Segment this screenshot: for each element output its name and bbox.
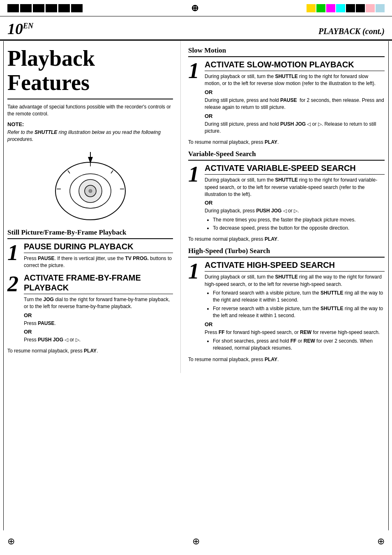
high-speed-step1-content: ACTIVATE HIGH-SPEED SEARCH During playba… (205, 260, 385, 354)
green-block (316, 4, 325, 12)
slow-motion-step1: 1 ACTIVATE SLOW-MOTION PLAYBACK During p… (188, 60, 385, 136)
high-speed-bullets2: For short searches, press and hold FF or… (208, 338, 385, 352)
high-speed-bullet-2: For reverse search with a visible pictur… (213, 305, 385, 320)
page-title: PlaybackFeatures (7, 46, 173, 99)
slow-motion-or2: OR (205, 113, 385, 119)
slow-motion-resume: To resume normal playback, press PLAY. (188, 139, 385, 146)
magenta-block (326, 4, 335, 12)
shuttle-illustration (7, 148, 173, 222)
note-body: Refer to the SHUTTLE ring illustration b… (7, 129, 173, 143)
variable-speed-body2: During playback, press PUSH JOG ◁ or ▷. (205, 207, 385, 214)
step1-body: Press PAUSE. If there is vertical jitter… (24, 255, 173, 269)
step2-number: 2 (7, 273, 21, 345)
variable-speed-step1-number: 1 (188, 163, 201, 233)
step2-frame: 2 ACTIVATE FRAME-BY-FRAME PLAYBACK Turn … (7, 273, 173, 345)
high-speed-step1: 1 ACTIVATE HIGH-SPEED SEARCH During play… (188, 260, 385, 354)
high-speed-or1: OR (205, 321, 385, 327)
black-block-1 (7, 4, 19, 12)
variable-speed-resume: To resume normal playback, press PLAY. (188, 236, 385, 243)
step2-title: ACTIVATE FRAME-BY-FRAME PLAYBACK (24, 273, 173, 294)
left-resume-text: To resume normal playback, press PLAY. (7, 348, 173, 355)
step1-number: 1 (7, 242, 21, 271)
pink-block (366, 4, 375, 12)
black-block-right (346, 4, 355, 12)
high-speed-body1: During playback or still, turn the SHUTT… (205, 274, 385, 288)
step2-body: Turn the JOG dial to the right for forwa… (24, 296, 173, 311)
variable-speed-step1-title: ACTIVATE VARIABLE-SPEED SEARCH (205, 163, 385, 175)
svg-line-10 (68, 170, 70, 173)
high-speed-body2: Press FF for forward high-speed search, … (205, 329, 385, 336)
slow-motion-body3: During still picture, press and hold PUS… (205, 121, 385, 135)
cyan-block (336, 4, 345, 12)
footer-crosshair-center: ⊕ (192, 536, 200, 547)
slow-motion-step1-content: ACTIVATE SLOW-MOTION PLAYBACK During pla… (205, 60, 385, 136)
variable-speed-bullet-1: The more times you press, the faster the… (213, 216, 385, 223)
step2-or2: OR (24, 329, 173, 335)
black-block-3 (33, 4, 44, 12)
header-crosshair: ⊕ (191, 3, 198, 14)
high-speed-heading: High-Speed (Turbo) Search (188, 247, 385, 258)
slow-motion-heading: Slow Motion (188, 46, 385, 57)
high-speed-step1-number: 1 (188, 260, 201, 354)
variable-speed-bullet-2: To decrease speed, press the button for … (213, 225, 385, 232)
footer-crosshair-right: ⊕ (377, 536, 385, 547)
step2-body3: Press PUSH JOG ◁ or ▷. (24, 336, 173, 343)
high-speed-bullet-1: For forward search with a visible pictur… (213, 290, 385, 304)
svg-point-6 (89, 189, 92, 193)
slow-motion-step1-title: ACTIVATE SLOW-MOTION PLAYBACK (205, 60, 385, 71)
lightblue-block (376, 4, 385, 12)
black-block-4 (46, 4, 57, 12)
color-blocks-right (307, 4, 385, 12)
yellow-block (307, 4, 316, 12)
playback-cont-title: PLAYBACK (cont.) (318, 27, 385, 36)
footer-crosshair-left: ⊕ (7, 536, 15, 547)
black-block-2 (20, 4, 32, 12)
black-block-5 (58, 4, 70, 12)
high-speed-bullet-3: For short searches, press and hold FF or… (213, 338, 385, 352)
variable-speed-step1-content: ACTIVATE VARIABLE-SPEED SEARCH During pl… (205, 163, 385, 233)
main-content: PlaybackFeatures Take advantage of speci… (0, 41, 392, 373)
page-number: 10EN (7, 20, 33, 38)
intro-text: Take advantage of special functions poss… (7, 104, 173, 117)
high-speed-step1-title: ACTIVATE HIGH-SPEED SEARCH (205, 260, 385, 272)
left-margin (3, 41, 6, 530)
variable-speed-heading: Variable-Speed Search (188, 150, 385, 161)
high-speed-bullets1: For forward search with a visible pictur… (208, 290, 385, 320)
slow-motion-body2: During still picture, press and hold PAU… (205, 97, 385, 111)
variable-speed-step1: 1 ACTIVATE VARIABLE-SPEED SEARCH During … (188, 163, 385, 233)
slow-motion-or1: OR (205, 89, 385, 95)
header-bar: ⊕ (0, 0, 392, 16)
right-margin (386, 41, 389, 530)
black-blocks-left (7, 4, 83, 12)
step2-body2: Press PAUSE. (24, 320, 173, 327)
left-column: PlaybackFeatures Take advantage of speci… (0, 41, 181, 373)
step1-pause: 1 PAUSE DURING PLAYBACK Press PAUSE. If … (7, 242, 173, 271)
high-speed-resume: To resume normal playback, press PLAY. (188, 356, 385, 363)
variable-speed-bullets: The more times you press, the faster the… (208, 216, 385, 232)
black-block-right2 (356, 4, 365, 12)
step1-content: PAUSE DURING PLAYBACK Press PAUSE. If th… (24, 242, 173, 271)
slow-motion-step1-number: 1 (188, 60, 201, 136)
variable-speed-or1: OR (205, 200, 385, 206)
page-header: 10EN PLAYBACK (cont.) (0, 16, 392, 41)
step2-content: ACTIVATE FRAME-BY-FRAME PLAYBACK Turn th… (24, 273, 173, 345)
slow-motion-body1: During playback or still, turn the SHUTT… (205, 73, 385, 88)
shuttle-svg (49, 148, 131, 222)
step1-title: PAUSE DURING PLAYBACK (24, 242, 173, 253)
note-heading: NOTE: (7, 121, 173, 127)
svg-line-8 (111, 170, 113, 173)
right-column: Slow Motion 1 ACTIVATE SLOW-MOTION PLAYB… (181, 41, 392, 373)
step2-or1: OR (24, 312, 173, 318)
still-picture-heading: Still Picture/Frame-By-Frame Playback (7, 228, 173, 239)
variable-speed-body1: During playback or still, turn the SHUTT… (205, 177, 385, 198)
black-block-6 (71, 4, 83, 12)
